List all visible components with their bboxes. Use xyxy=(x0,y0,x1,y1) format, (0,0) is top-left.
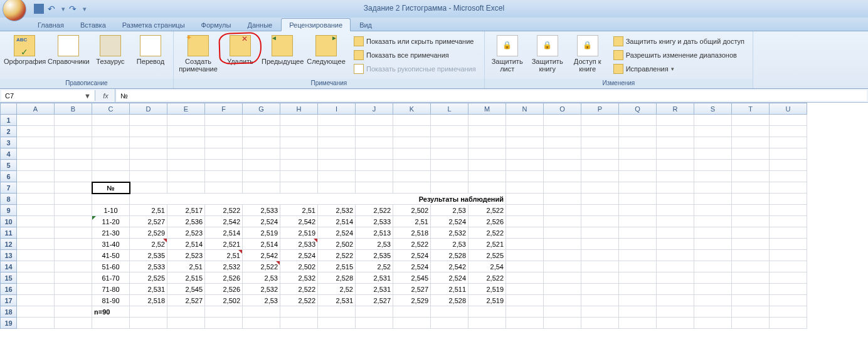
cell-G15[interactable]: 2,53 xyxy=(243,272,280,284)
col-header-L[interactable]: L xyxy=(431,103,468,115)
cell-K18[interactable] xyxy=(393,306,431,318)
cell-E7[interactable] xyxy=(167,182,205,194)
cell-S7[interactable] xyxy=(694,182,732,194)
cell-A4[interactable] xyxy=(17,148,55,160)
cell-D15[interactable]: 2,525 xyxy=(130,272,167,284)
row-header-9[interactable]: 9 xyxy=(1,205,17,216)
cell-N18[interactable] xyxy=(506,306,544,318)
cell-G7[interactable] xyxy=(243,182,280,194)
research-button[interactable]: Справочники xyxy=(48,34,89,65)
cell-G17[interactable]: 2,53 xyxy=(243,295,280,306)
cell-R15[interactable] xyxy=(657,272,694,284)
col-header-H[interactable]: H xyxy=(280,103,318,115)
cell-T18[interactable] xyxy=(732,306,770,318)
cell-P17[interactable] xyxy=(581,295,619,306)
cell-N10[interactable] xyxy=(506,216,544,227)
cell-J11[interactable]: 2,513 xyxy=(356,227,393,239)
cell-H7[interactable] xyxy=(280,182,318,194)
cell-K7[interactable] xyxy=(393,182,431,194)
cell-F13[interactable]: 2,51 xyxy=(205,250,243,261)
cell-D13[interactable]: 2,535 xyxy=(130,250,167,261)
cell-F6[interactable] xyxy=(205,171,243,182)
cell-M4[interactable] xyxy=(468,148,506,160)
cell-O15[interactable] xyxy=(544,272,581,284)
cell-D18[interactable] xyxy=(130,306,167,318)
cell-F12[interactable]: 2,521 xyxy=(205,239,243,250)
cell-P14[interactable] xyxy=(581,261,619,272)
next-comment-button[interactable]: Следующее xyxy=(305,34,347,65)
cell-I18[interactable] xyxy=(318,306,356,318)
tab-home[interactable]: Главная xyxy=(30,19,71,31)
row-header-18[interactable]: 18 xyxy=(1,306,17,318)
col-header-Q[interactable]: Q xyxy=(619,103,657,115)
tab-view[interactable]: Вид xyxy=(352,19,379,31)
cell-U4[interactable] xyxy=(770,148,807,160)
cell-C13[interactable]: 41-50 xyxy=(92,250,130,261)
cell-K9[interactable]: 2,502 xyxy=(393,205,431,216)
cell-Q17[interactable] xyxy=(619,295,657,306)
cell-E9[interactable]: 2,517 xyxy=(167,205,205,216)
row-header-7[interactable]: 7 xyxy=(1,182,17,194)
cell-H1[interactable] xyxy=(280,115,318,126)
cell-T9[interactable] xyxy=(732,205,770,216)
cell-E15[interactable]: 2,515 xyxy=(167,272,205,284)
cell-U9[interactable] xyxy=(770,205,807,216)
row-header-3[interactable]: 3 xyxy=(1,137,17,148)
cell-N14[interactable] xyxy=(506,261,544,272)
cell-T4[interactable] xyxy=(732,148,770,160)
formula-input[interactable]: № xyxy=(117,90,867,101)
cell-B11[interactable] xyxy=(55,227,92,239)
row-header-1[interactable]: 1 xyxy=(1,115,17,126)
cell-E3[interactable] xyxy=(167,137,205,148)
cell-C11[interactable]: 21-30 xyxy=(92,227,130,239)
cell-A5[interactable] xyxy=(17,160,55,171)
cell-G5[interactable] xyxy=(243,160,280,171)
cell-B1[interactable] xyxy=(55,115,92,126)
cell-G13[interactable]: 2,542 xyxy=(243,250,280,261)
cell-J4[interactable] xyxy=(356,148,393,160)
cell-P19[interactable] xyxy=(581,318,619,329)
cell-N9[interactable] xyxy=(506,205,544,216)
cell-M19[interactable] xyxy=(468,318,506,329)
cell-L1[interactable] xyxy=(431,115,468,126)
cell-A16[interactable] xyxy=(17,284,55,295)
cell-C18[interactable]: n=90 xyxy=(92,306,130,318)
cell-D14[interactable]: 2,533 xyxy=(130,261,167,272)
row-header-10[interactable]: 10 xyxy=(1,216,17,227)
cell-P1[interactable] xyxy=(581,115,619,126)
cell-M7[interactable] xyxy=(468,182,506,194)
name-box[interactable]: C7▼ xyxy=(1,90,95,101)
track-changes-button[interactable]: Исправления ▾ xyxy=(611,63,746,75)
col-header-A[interactable]: A xyxy=(17,103,55,115)
cell-M14[interactable]: 2,54 xyxy=(468,261,506,272)
cell-K10[interactable]: 2,51 xyxy=(393,216,431,227)
cell-K5[interactable] xyxy=(393,160,431,171)
cell-R11[interactable] xyxy=(657,227,694,239)
cell-D8[interactable]: Результаты наблюдений xyxy=(130,194,506,205)
cell-C17[interactable]: 81-90 xyxy=(92,295,130,306)
cell-G19[interactable] xyxy=(243,318,280,329)
cell-U1[interactable] xyxy=(770,115,807,126)
cell-F5[interactable] xyxy=(205,160,243,171)
cell-P7[interactable] xyxy=(581,182,619,194)
col-header-S[interactable]: S xyxy=(694,103,732,115)
cell-Q14[interactable] xyxy=(619,261,657,272)
new-comment-button[interactable]: Создать примечание xyxy=(177,34,219,73)
cell-A2[interactable] xyxy=(17,126,55,137)
cell-U18[interactable] xyxy=(770,306,807,318)
cell-U13[interactable] xyxy=(770,250,807,261)
cell-U2[interactable] xyxy=(770,126,807,137)
cell-A19[interactable] xyxy=(17,318,55,329)
cell-B8[interactable] xyxy=(55,194,92,205)
cell-E16[interactable]: 2,545 xyxy=(167,284,205,295)
cell-L15[interactable]: 2,524 xyxy=(431,272,468,284)
protect-workbook-button[interactable]: Защитить книгу xyxy=(529,34,566,73)
cell-D11[interactable]: 2,529 xyxy=(130,227,167,239)
cell-G4[interactable] xyxy=(243,148,280,160)
cell-H13[interactable]: 2,524 xyxy=(280,250,318,261)
cell-N19[interactable] xyxy=(506,318,544,329)
cell-S16[interactable] xyxy=(694,284,732,295)
row-header-2[interactable]: 2 xyxy=(1,126,17,137)
cell-Q3[interactable] xyxy=(619,137,657,148)
cell-P8[interactable] xyxy=(581,194,619,205)
